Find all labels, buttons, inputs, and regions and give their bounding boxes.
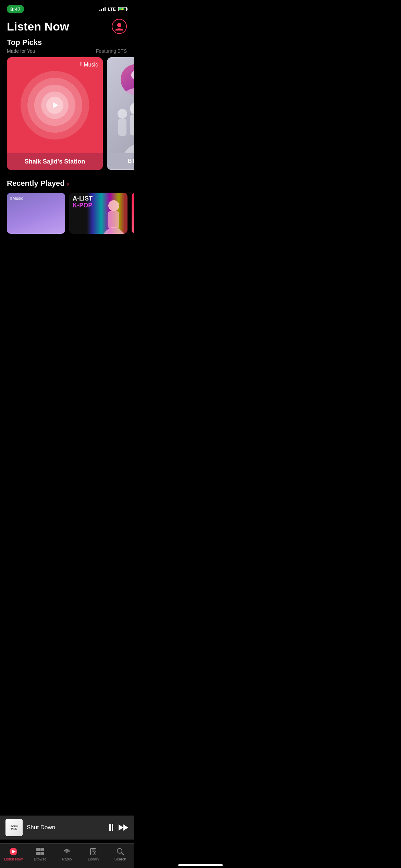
profile-icon bbox=[114, 22, 124, 31]
svg-rect-10 bbox=[108, 211, 119, 228]
bts-portrait-icon bbox=[121, 64, 134, 95]
svg-point-0 bbox=[117, 23, 121, 27]
page-header: Listen Now bbox=[0, 16, 134, 38]
battery-indicator: ⚡ bbox=[118, 7, 127, 11]
a-list-text: A-LIST bbox=[73, 195, 93, 202]
recent-card-purple[interactable]:  Music bbox=[7, 193, 65, 234]
top-picks-header: Top Picks Made for You Featuring BTS bbox=[0, 38, 134, 54]
lte-label: LTE bbox=[108, 7, 116, 12]
station-card[interactable]:  Music Shaik Sajid's Station bbox=[7, 57, 103, 170]
recent-card-partial[interactable] bbox=[132, 193, 134, 234]
made-for-you-label: Made for You bbox=[7, 48, 35, 54]
bts-card-visual bbox=[107, 57, 134, 153]
station-card-visual:  Music bbox=[7, 57, 103, 153]
status-right: LTE ⚡ bbox=[99, 7, 127, 12]
kpop-title-block: A-LIST K•POP bbox=[73, 195, 93, 209]
recent-card-purple-visual:  Music bbox=[7, 193, 65, 234]
svg-rect-4 bbox=[130, 115, 134, 135]
apple-music-small-logo:  Music bbox=[10, 196, 23, 201]
svg-point-5 bbox=[118, 109, 127, 119]
recently-played-cards:  Music A-LIST K•POP bbox=[0, 191, 134, 275]
recently-played-title: Recently Played bbox=[7, 179, 65, 188]
svg-point-3 bbox=[130, 103, 134, 115]
svg-point-2 bbox=[131, 70, 134, 80]
apple-logo-icon:  bbox=[80, 61, 83, 68]
apple-music-text: Music bbox=[84, 62, 98, 68]
kpop-person-silhouette bbox=[90, 200, 127, 234]
profile-button[interactable] bbox=[112, 19, 127, 34]
play-button-circle[interactable] bbox=[46, 97, 63, 114]
recent-card-kpop[interactable]: A-LIST K•POP bbox=[69, 193, 127, 234]
top-picks-cards:  Music Shaik Sajid's Station bbox=[0, 54, 134, 173]
concentric-circles bbox=[21, 71, 89, 140]
bts-circle-portrait bbox=[121, 64, 134, 95]
apple-music-logo:  Music bbox=[80, 61, 98, 68]
top-picks-title: Top Picks bbox=[7, 38, 127, 47]
signal-bars-icon bbox=[99, 7, 106, 11]
bts-card-label: BTS & bbox=[107, 153, 134, 169]
bts-group-silhouette bbox=[114, 92, 134, 153]
recent-card-kpop-visual: A-LIST K•POP bbox=[69, 193, 127, 234]
svg-rect-6 bbox=[118, 119, 126, 136]
recently-played-header: Recently Played › bbox=[0, 173, 134, 191]
featuring-bts-label: Featuring BTS bbox=[96, 48, 127, 54]
station-card-label: Shaik Sajid's Station bbox=[7, 153, 103, 170]
status-time: 8:47 bbox=[7, 5, 24, 13]
play-triangle-icon bbox=[53, 102, 58, 108]
svg-point-9 bbox=[108, 200, 119, 211]
kpop-genre-text: K•POP bbox=[73, 202, 93, 209]
bts-card[interactable]: BTS & bbox=[107, 57, 134, 170]
page-title: Listen Now bbox=[7, 20, 69, 33]
status-bar: 8:47 LTE ⚡ bbox=[0, 0, 134, 16]
recently-played-chevron[interactable]: › bbox=[67, 180, 69, 188]
